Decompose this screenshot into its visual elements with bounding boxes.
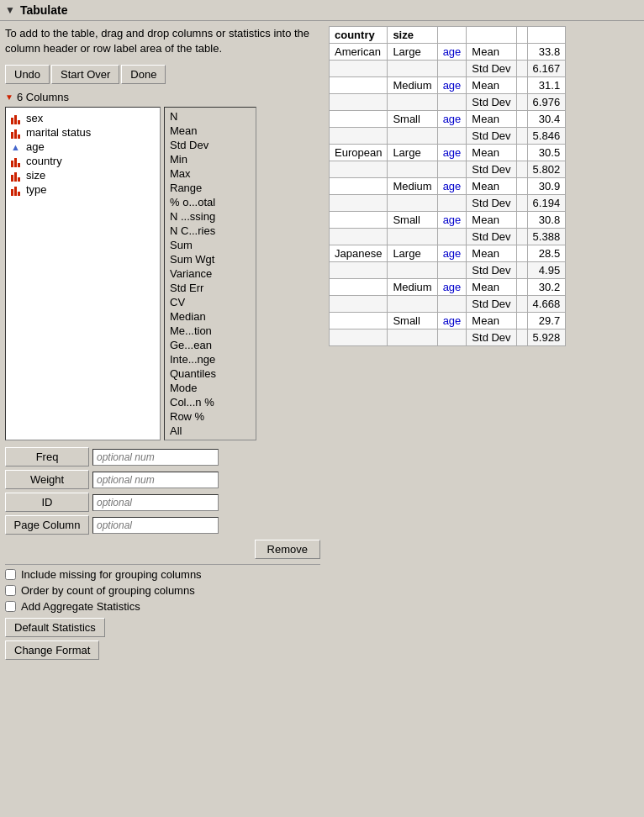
td-size	[388, 161, 437, 178]
td-col5	[516, 329, 527, 346]
id-input[interactable]	[92, 494, 219, 511]
td-col4: Mean	[467, 212, 516, 229]
freq-input[interactable]	[92, 449, 219, 466]
table-row: Std Dev 6.194	[330, 195, 566, 212]
stat-pct-total[interactable]: % o...otal	[166, 195, 254, 209]
stat-n-missing[interactable]: N ...ssing	[166, 209, 254, 224]
stat-variance[interactable]: Variance	[166, 266, 254, 281]
stat-range[interactable]: Range	[166, 181, 254, 195]
table-row: Small age Mean 30.8	[330, 212, 566, 229]
stat-mean[interactable]: Mean	[166, 124, 254, 138]
td-col5	[516, 61, 527, 77]
page-column-button[interactable]: Page Column	[5, 515, 89, 535]
td-size	[388, 61, 437, 77]
id-row: ID	[5, 493, 320, 512]
stat-interrange[interactable]: Inte...nge	[166, 352, 254, 366]
checkbox-missing-input[interactable]	[5, 569, 16, 580]
col-item-age[interactable]: age	[9, 140, 156, 154]
change-format-button[interactable]: Change Format	[5, 640, 99, 660]
td-col5	[516, 313, 527, 329]
remove-button[interactable]: Remove	[255, 540, 320, 559]
checkbox-aggregate: Add Aggregate Statistics	[5, 600, 320, 613]
th-col3	[437, 27, 467, 44]
td-size: Small	[388, 111, 437, 128]
table-row: Std Dev 6.976	[330, 94, 566, 111]
divider	[5, 564, 320, 565]
stat-stderr[interactable]: Std Err	[166, 281, 254, 295]
freq-button[interactable]: Freq	[5, 447, 89, 466]
td-col3	[437, 195, 467, 212]
td-col3	[437, 296, 467, 313]
done-button[interactable]: Done	[121, 65, 166, 84]
stat-sum-wgt[interactable]: Sum Wgt	[166, 252, 254, 266]
stat-mode[interactable]: Mode	[166, 381, 254, 395]
main-container: To add to the table, drag and drop colum…	[0, 21, 644, 665]
checkbox-order-input[interactable]	[5, 585, 16, 596]
columns-label-row: ▼ 6 Columns	[5, 91, 320, 103]
stat-row-pct[interactable]: Row %	[166, 409, 254, 424]
td-col6: 5.802	[527, 161, 566, 178]
td-col5	[516, 212, 527, 229]
td-col6: 33.8	[527, 44, 566, 61]
stat-quantiles[interactable]: Quantiles	[166, 366, 254, 381]
td-col4: Mean	[467, 111, 516, 128]
stat-median[interactable]: Median	[166, 309, 254, 324]
col-item-size[interactable]: size	[9, 168, 156, 182]
td-col4: Std Dev	[467, 128, 516, 145]
weight-input[interactable]	[92, 472, 219, 488]
table-row: Std Dev 5.928	[330, 329, 566, 346]
td-col4: Mean	[467, 313, 516, 329]
weight-button[interactable]: Weight	[5, 470, 89, 489]
td-col6: 6.167	[527, 61, 566, 77]
start-over-button[interactable]: Start Over	[51, 65, 119, 84]
table-row: Std Dev 5.802	[330, 161, 566, 178]
stats-list[interactable]: N Mean Std Dev Min Max Range % o...otal …	[164, 107, 256, 440]
data-table: country size American Large age Mean 33.…	[329, 26, 566, 346]
bar-icon-marital	[11, 127, 23, 139]
right-panel: country size American Large age Mean 33.…	[329, 26, 639, 346]
stat-sum[interactable]: Sum	[166, 238, 254, 252]
td-country	[330, 212, 388, 229]
stat-cv[interactable]: CV	[166, 295, 254, 309]
stat-stddev[interactable]: Std Dev	[166, 138, 254, 152]
table-row: Small age Mean 29.7	[330, 313, 566, 329]
td-country	[330, 296, 388, 313]
columns-list[interactable]: sex marital status age	[5, 107, 161, 440]
col-label-type: type	[26, 183, 47, 196]
table-row: Small age Mean 30.4	[330, 111, 566, 128]
left-panel: To add to the table, drag and drop colum…	[5, 26, 320, 660]
stat-geomean[interactable]: Ge...ean	[166, 338, 254, 352]
td-col4: Mean	[467, 145, 516, 161]
stat-n[interactable]: N	[166, 109, 254, 124]
stat-max[interactable]: Max	[166, 166, 254, 181]
stat-mention[interactable]: Me...tion	[166, 324, 254, 338]
checkbox-aggregate-input[interactable]	[5, 601, 16, 612]
columns-count-label: 6 Columns	[17, 91, 69, 103]
col-item-type[interactable]: type	[9, 182, 156, 197]
td-col6: 30.2	[527, 279, 566, 296]
bar-icon-type	[11, 184, 23, 196]
page-column-input[interactable]	[92, 517, 219, 534]
collapse-icon[interactable]: ▼	[5, 4, 15, 16]
bar-icon-sex	[11, 113, 23, 124]
weight-row: Weight	[5, 470, 320, 489]
td-size	[388, 94, 437, 111]
content-area: sex marital status age	[5, 107, 320, 440]
td-col4: Std Dev	[467, 61, 516, 77]
td-col3: age	[437, 313, 467, 329]
col-item-sex[interactable]: sex	[9, 111, 156, 125]
col-item-marital[interactable]: marital status	[9, 125, 156, 140]
stat-n-categories[interactable]: N C...ries	[166, 224, 254, 238]
td-col4: Std Dev	[467, 195, 516, 212]
default-statistics-button[interactable]: Default Statistics	[5, 618, 105, 637]
td-size: Large	[388, 145, 437, 161]
id-button[interactable]: ID	[5, 493, 89, 512]
stat-all[interactable]: All	[166, 424, 254, 438]
col-item-country[interactable]: country	[9, 154, 156, 168]
td-col5	[516, 111, 527, 128]
stat-col-pct[interactable]: Col...n %	[166, 395, 254, 409]
undo-button[interactable]: Undo	[5, 65, 50, 84]
stat-min[interactable]: Min	[166, 152, 254, 166]
td-col4: Mean	[467, 245, 516, 262]
bar-icon-country	[11, 155, 23, 167]
